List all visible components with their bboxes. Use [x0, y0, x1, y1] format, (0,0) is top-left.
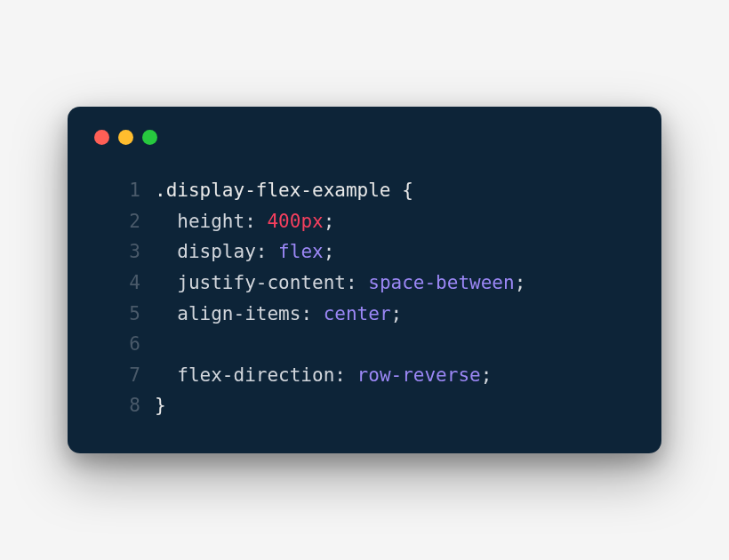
code-line: 8} [112, 390, 638, 421]
code-token: ; [481, 364, 493, 386]
code-line: 1.display-flex-example { [112, 175, 638, 206]
line-content: .display-flex-example { [155, 175, 413, 206]
code-token: : [256, 241, 278, 262]
maximize-icon[interactable] [142, 130, 157, 145]
code-token: ; [391, 303, 403, 324]
line-content: flex-direction: row-reverse; [155, 360, 492, 391]
code-line: 4 justify-content: space-between; [112, 268, 638, 299]
code-block[interactable]: 1.display-flex-example {2 height: 400px;… [91, 175, 638, 421]
code-token: .display-flex-example [155, 180, 402, 201]
close-icon[interactable] [94, 130, 109, 145]
line-number: 8 [112, 390, 140, 421]
code-line: 6 [112, 329, 638, 360]
line-number: 5 [112, 299, 140, 330]
code-token: : [244, 211, 267, 232]
code-token: : [334, 364, 356, 386]
code-token: flex-direction [177, 364, 334, 386]
code-token: flex [278, 241, 324, 262]
traffic-lights [94, 130, 638, 145]
code-token: ; [324, 211, 335, 232]
line-number: 2 [112, 206, 140, 237]
line-content: justify-content: space-between; [155, 268, 525, 299]
line-number: 6 [112, 329, 140, 360]
code-token: row-reverse [357, 364, 481, 386]
code-token: : [346, 272, 368, 293]
minimize-icon[interactable] [118, 130, 133, 145]
code-token: ; [515, 272, 526, 293]
code-token: } [155, 395, 166, 416]
code-line: 2 height: 400px; [112, 206, 638, 237]
line-number: 1 [112, 175, 140, 206]
code-token: space-between [368, 272, 514, 293]
code-token: 400 [267, 211, 300, 232]
code-token: { [402, 180, 413, 201]
code-line: 5 align-items: center; [112, 299, 638, 330]
line-content: height: 400px; [155, 206, 334, 237]
code-line: 3 display: flex; [112, 236, 638, 268]
code-token: px [300, 211, 323, 232]
code-token: : [300, 303, 323, 324]
code-token: align-items [177, 303, 300, 324]
code-token: height [177, 211, 244, 232]
line-content: align-items: center; [155, 299, 402, 330]
line-content: display: flex; [155, 236, 334, 268]
line-number: 3 [112, 236, 140, 268]
code-line: 7 flex-direction: row-reverse; [112, 360, 638, 391]
line-number: 4 [112, 268, 140, 299]
code-token: display [177, 241, 256, 262]
line-content: } [155, 390, 166, 421]
code-window: 1.display-flex-example {2 height: 400px;… [68, 107, 661, 453]
code-token: ; [324, 241, 335, 262]
code-token: justify-content [177, 272, 346, 293]
line-number: 7 [112, 360, 140, 391]
code-token: center [324, 303, 391, 324]
